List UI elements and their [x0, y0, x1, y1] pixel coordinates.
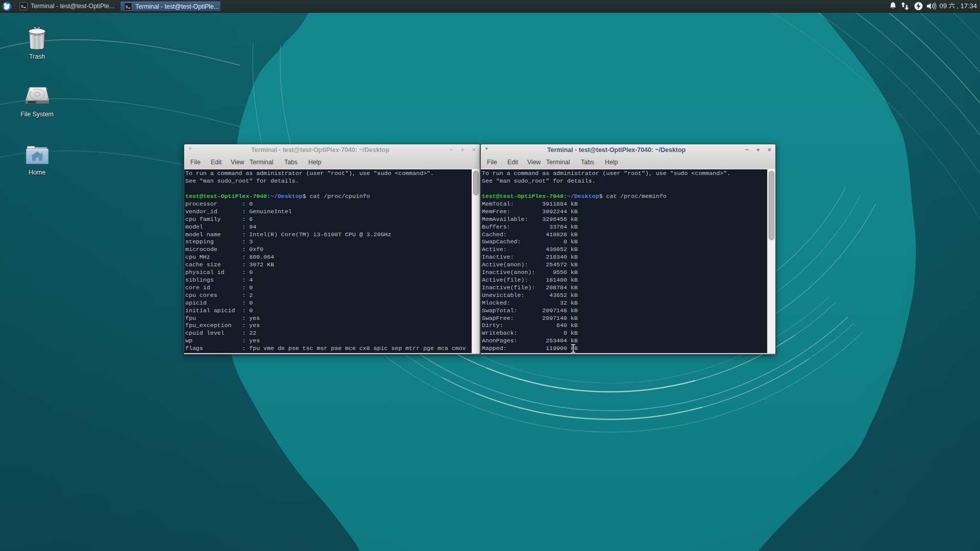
svg-text:$: $ — [126, 5, 128, 9]
svg-text:$: $ — [21, 4, 23, 9]
